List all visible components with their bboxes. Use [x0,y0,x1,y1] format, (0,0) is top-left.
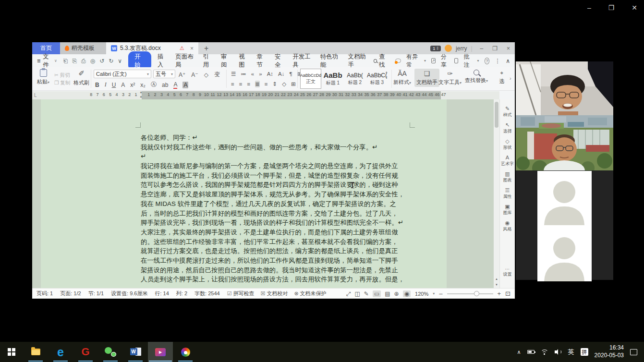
zoom-in-button[interactable]: + [498,290,501,297]
font-format-icon[interactable]: x₂ [140,82,146,88]
document-line[interactable]: 面装饰施工的施工平台，我们必须搭设一个脚手架，但是，城堡的造型很复杂，没有任何规 [141,171,398,181]
account-name[interactable]: jerry [456,45,467,52]
sidebar-tool[interactable]: ☰ 属性 [503,187,512,200]
fit-page-icon[interactable]: ⊡ [505,290,510,297]
taskbar-clock[interactable]: 16:34 2020-05-03 [595,344,624,359]
scrollbar-thumb[interactable] [495,102,498,128]
format-painter-button[interactable]: ✐ 格式刷 [73,69,89,86]
font-tool-icon[interactable]: 变 [214,71,220,79]
taskbar-edge[interactable]: e [48,342,73,362]
quick-tool-icon[interactable]: ⎘ [72,58,77,64]
document-line[interactable]: 我在 MIDAS 软件里建了个模型，通过几天几夜的反复试算，确定了脚手架搭设的方… [141,199,398,209]
next-page-icon[interactable]: ▼ [495,283,498,286]
ime-pinyin-indicator[interactable]: 拼 [581,348,588,356]
zoom-slider-knob[interactable] [474,291,479,296]
prev-page-icon[interactable]: ▲ [495,278,498,280]
horizontal-ruler[interactable]: L 87654321123456789101112131415161718192… [32,91,499,99]
font-format-icon[interactable]: Ⓐ [151,81,157,89]
menu-tab[interactable]: 插入 [158,53,167,69]
window-count-badge[interactable]: 1‖ [430,46,441,51]
view-mode-icon[interactable]: ◉ [403,290,411,297]
alignment-tool-icon[interactable]: ≣ [255,81,260,87]
collapse-ribbon-icon[interactable]: ∧ [506,58,510,64]
alignment-tool-icon[interactable]: ≡ [247,81,250,87]
document-line[interactable]: 的。这些班组的工作经验非常丰富，他们平常工作起来，甚至根本就不会看我们编的方案， [141,237,398,247]
taskbar-wechat[interactable] [98,342,123,362]
new-style-button[interactable]: ĂA 新样式▾ [393,70,411,86]
taskbar-word[interactable]: W [123,342,148,362]
paragraph-tool-icon[interactable]: » [259,71,262,77]
menu-tab[interactable]: 页面布局 [175,53,195,69]
zoom-slider[interactable] [447,293,493,294]
paragraph-tool-icon[interactable]: « [251,71,254,77]
tab-stop-selector[interactable]: L [34,93,37,98]
font-format-icon[interactable]: A [182,82,188,88]
participant-video-1[interactable] [516,61,613,115]
wps-restore-icon[interactable]: ❐ [492,45,498,52]
vertical-scrollbar[interactable]: ▲ ▼ [494,99,499,288]
style-preset[interactable]: AaBb( 标题 2 [344,69,365,89]
view-mode-icon[interactable]: ◫ [354,290,360,297]
status-check[interactable]: ☒ 文档校对 [261,290,288,297]
style-preset[interactable]: AaBbC( 标题 3 [366,69,388,89]
document-line[interactable]: 悬空连廊，底下又是斜坡屋顶的脚手架体系，规范无从参考。为了确保脚手架体系的安全性… [141,190,398,199]
document-line[interactable]: 在一线工作中摸爬滚打走过来的，所以他们的工作作风都是直接到现场，简单知道一下脚手 [141,256,398,265]
minimize-icon[interactable]: – [587,4,591,12]
menu-tab[interactable]: 安全 [275,53,284,69]
paragraph-tool-icon[interactable]: A↕ [267,71,273,77]
alignment-tool-icon[interactable]: ⇕ [273,81,278,87]
view-mode-icon[interactable]: ✎ [364,290,369,297]
comment-label[interactable]: 批注 [463,53,472,69]
paragraph-tool-icon[interactable]: A↓ [278,71,284,77]
font-tool-icon[interactable]: A⁻ [191,72,198,78]
font-tool-icon[interactable]: ◇ [204,72,208,78]
font-format-icon[interactable]: A [121,82,125,88]
document-line[interactable]: 脚手架搭设完毕，我们到现场一看，现场搭设的样子和我们的计算模型和图纸完全不一样。… [141,218,398,228]
account-avatar[interactable] [445,45,452,52]
font-tool-icon[interactable]: A⁺ [179,72,185,78]
document-line[interactable]: 大家注意，其实最终的脚手架搭设，不是土建单位执行的，而是他们下属的土建劳务班组做 [141,228,398,237]
indent-marker[interactable]: ▾▴ [139,91,143,98]
expand-panel-icon[interactable]: › [510,75,511,81]
paragraph-tool-icon[interactable]: ≔ [241,71,246,77]
sidebar-tool[interactable]: ◉ 风格 [503,220,512,232]
wps-close-icon[interactable]: × [507,45,510,52]
select-button[interactable]: ⌖ 选 [495,70,509,85]
share-label[interactable]: 分享 [441,53,449,69]
quick-tool-icon[interactable]: ⎗ [63,58,68,64]
sidebar-tool[interactable]: ◇ 形状 [503,138,512,151]
start-button[interactable] [0,342,23,362]
alignment-tool-icon[interactable]: ⊞ [291,81,296,87]
view-mode-icon[interactable]: ▤ [385,290,390,297]
status-check[interactable]: ⊗ 文档未保护 [294,290,326,297]
sidebar-settings[interactable]: ⋯ 设置 [503,267,512,278]
paragraph-tool-icon[interactable]: ☰ [231,71,236,77]
view-mode-icon[interactable]: ⊕ [394,290,399,297]
sync-status-label[interactable]: 有异常 [406,53,419,69]
battery-icon[interactable] [527,350,535,354]
wps-minimize-icon[interactable]: – [480,45,484,52]
document-line[interactable]: 人员走到这个脚手架上，让我们按照现场的搭设方法，回去用软件算算受力，再开放。但是… [141,275,398,284]
paragraph-tool-icon[interactable]: ¶ [289,71,292,77]
zoom-level[interactable]: 120% [415,291,428,297]
styles-scroll[interactable]: ▴ ▾ [386,70,388,79]
tray-expand-icon[interactable]: ∧ [517,349,521,355]
font-format-icon[interactable]: A [173,81,177,89]
file-menu[interactable]: ≡ 文件 ∨ [37,53,57,69]
quick-tool-icon[interactable]: ↻ [109,58,113,64]
view-mode-icon[interactable]: ▭ [373,290,381,297]
font-format-icon[interactable]: I [105,81,107,88]
wifi-icon[interactable] [541,350,548,355]
alignment-tool-icon[interactable]: ≡ [231,81,234,87]
more-icon[interactable]: ⋮ [495,58,500,64]
menu-tab[interactable]: 视图 [239,53,248,69]
copy-button[interactable]: ❐ 复制 [54,79,70,86]
menu-tab[interactable]: 特色功能 [320,53,340,69]
close-icon[interactable]: ✕ [632,4,637,12]
document-line[interactable]: ↵ [141,152,398,161]
find-replace-button[interactable]: 查找替换▾ [465,70,488,84]
participant-placeholder-avatar[interactable] [537,171,592,225]
document-line[interactable]: 范可以参考怎么搭设，我国的脚手架规范都是针对四四方方的脚手架搭设要求的，碰到这种 [141,180,398,190]
menu-tab[interactable]: 章节 [257,53,267,69]
paste-button[interactable]: 粘贴▾ [37,69,49,85]
